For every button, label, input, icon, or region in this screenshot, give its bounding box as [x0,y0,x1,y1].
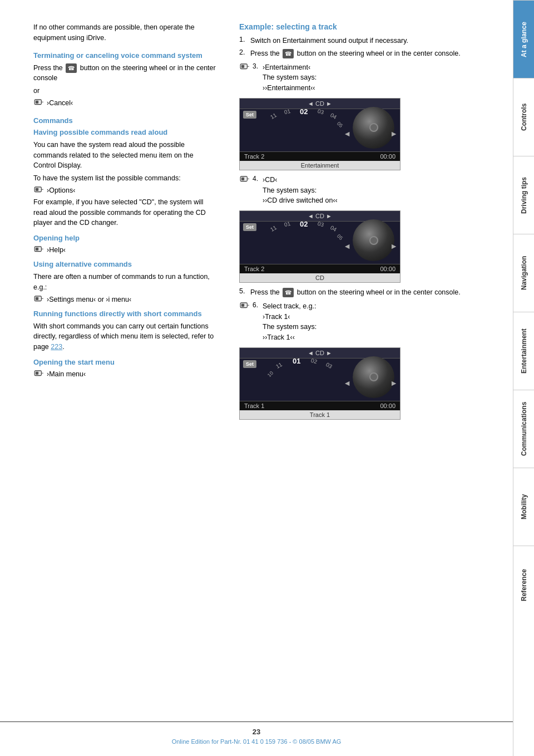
step-4-row: 4. ›CD‹ The system says: ››CD drive swit… [239,175,485,206]
set-btn-3: Set [243,360,256,368]
track-02-d3: 02 [310,357,318,365]
step-4-system-response: ››CD drive switched on‹‹ [263,197,338,204]
disc-center-2 [369,236,378,245]
label-row-1: Entertainment [240,161,400,170]
mic-icon-help [33,246,44,254]
track-03-d3: 03 [325,361,333,370]
heading-start-menu: Opening the start menu [33,358,217,366]
intro-paragraph: If no other commands are possible, then … [33,22,217,43]
alternative-text: There are often a number of commands to … [33,272,217,293]
options-text: ›Options‹ [47,186,75,194]
tab-navigation[interactable]: Navigation [513,234,534,312]
section-start-menu: Opening the start menu ›Main menu‹ [33,358,217,379]
track-03: 03 [317,107,325,115]
page-footer: 23 Online Edition for Part-Nr. 01 41 0 1… [0,721,513,745]
footer-divider [0,721,513,722]
track-label-2: Track 2 [244,266,264,272]
right-column: Example: selecting a track 1. Switch on … [234,22,485,723]
arrow-right-1: ► [390,129,398,138]
track-row-3: Track 1 00:00 [240,401,400,410]
track-11: 11 [269,112,278,120]
cd-display-1: ◄ CD ► Set 11 01 02 03 04 05 ◄ ► [239,98,400,170]
disc-3 [353,356,394,398]
cd-display-3: ◄ CD ► Set 10 11 01 02 03 ◄ ► Track 1 [239,347,400,420]
step-3-row: 3. ›Entertainment‹ The system says: ››En… [239,62,485,94]
bottom-bar-1: Track 2 00:00 Entertainment [240,151,400,170]
heading-running: Running functions directly with short co… [33,310,217,318]
step-3-block: 3. ›Entertainment‹ The system says: ››En… [239,62,485,170]
bottom-bar-2: Track 2 00:00 CD [240,264,400,282]
step-6-text: Select track, e.g.: [263,302,317,310]
step-1-num: 1. [239,36,250,43]
mic-icon-options [33,186,44,195]
running-text: With short commands you can carry out ce… [33,321,217,352]
arrow-right-2: ► [390,242,398,251]
set-btn-2: Set [243,223,256,231]
svg-rect-19 [241,177,244,180]
track-03-d2: 03 [317,220,325,228]
track-label-1: Track 2 [244,153,264,160]
svg-rect-4 [36,188,38,190]
cd-display-2: ◄ CD ► Set 11 01 02 03 04 05 ◄ ► Tr [239,210,400,283]
possible-text3: For example, if you have selected "CD", … [33,197,217,228]
set-btn-1: Set [243,111,256,119]
mic-icon-step4 [239,175,250,184]
step-3-content: ›Entertainment‹ The system says: ››Enter… [263,62,485,94]
svg-rect-16 [241,65,244,67]
label-row-3: Track 1 [240,410,400,419]
settings-text: ›Settings menu‹ or ›i menu‹ [47,296,131,303]
track-02-active-d2: 02 [300,220,308,228]
step-6-num: 6. [253,301,263,309]
tab-driving-tips[interactable]: Driving tips [513,156,534,234]
tab-reference[interactable]: Reference [513,546,534,624]
step-6-command: ›Track 1‹ [263,313,290,321]
heading-terminating: Terminating or canceling voice command s… [33,51,217,60]
tab-controls[interactable]: Controls [513,78,534,156]
heading-opening-help: Opening help [33,234,217,242]
svg-rect-10 [36,297,38,300]
disc-center-3 [369,372,378,381]
mic-icon-step6 [239,302,250,311]
track-row-1: Track 2 00:00 [240,151,400,161]
mic-icon-step3 [239,63,250,72]
help-command: ›Help‹ [33,246,217,254]
settings-command: ›Settings menu‹ or ›i menu‹ [33,295,217,304]
arrow-left-1: ◄ [343,129,351,138]
track-time-1: 00:00 [380,153,395,160]
track-time-3: 00:00 [380,402,395,409]
step-6-system-response: ››Track 1‹‹ [263,333,295,341]
btn-icon-step2: ☎ [283,49,294,58]
arrow-right-3: ► [390,379,398,387]
tab-at-a-glance[interactable]: At a glance [513,0,534,78]
track-04: 04 [329,112,338,120]
track-10-d3: 10 [266,370,274,378]
tab-entertainment[interactable]: Entertainment [513,312,534,390]
main-menu-command: ›Main menu‹ [33,370,217,379]
step-2-num: 2. [239,48,250,56]
footer-text: Online Edition for Part-Nr. 01 41 0 159 … [172,738,342,745]
step-6-content: Select track, e.g.: ›Track 1‹ The system… [263,301,485,343]
possible-text1: You can have the system read aloud the p… [33,140,217,171]
tab-communications[interactable]: Communications [513,390,534,468]
mic-button-icon: ☎ [66,63,77,73]
page-container: If no other commands are possible, then … [0,0,534,756]
step-4-content: ›CD‹ The system says: ››CD drive switche… [263,175,485,206]
section-opening-help: Opening help ›Help‹ [33,234,217,254]
track-02-active: 02 [300,107,308,116]
left-column: If no other commands are possible, then … [33,22,234,723]
page-ref-link[interactable]: 223 [51,343,62,351]
arrow-left-3: ◄ [343,379,351,387]
section-possible-commands: Having possible commands read aloud You … [33,128,217,228]
tab-mobility[interactable]: Mobility [513,468,534,546]
cancel-text: ›Cancel‹ [47,99,73,107]
disc-center-1 [369,123,378,132]
heading-commands: Commands [33,116,217,125]
track-label-3: Track 1 [244,402,264,409]
btn-icon-step5: ☎ [283,288,294,297]
track-05: 05 [336,121,344,129]
step-6-block: 6. Select track, e.g.: ›Track 1‹ The sys… [239,301,485,420]
step-5-content: Press the ☎ button on the steering wheel… [250,287,485,298]
example-heading: Example: selecting a track [239,22,485,31]
section-running-functions: Running functions directly with short co… [33,310,217,352]
track-time-2: 00:00 [380,266,395,272]
